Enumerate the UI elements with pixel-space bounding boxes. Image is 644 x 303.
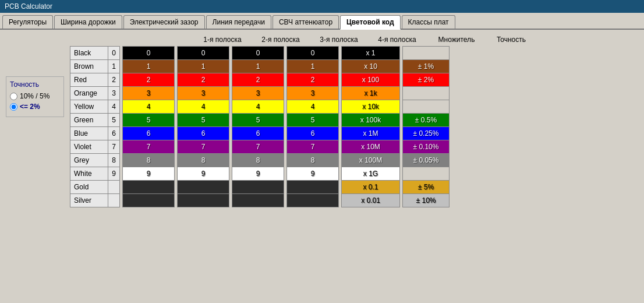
tolerance-option-1[interactable]: 10% / 5% (10, 92, 60, 100)
band-cell[interactable]: 3 (178, 87, 229, 100)
header-band4: 4-я полоска (369, 36, 425, 44)
tab-bar: Регуляторы Ширина дорожки Электрический … (0, 13, 644, 30)
band-cell[interactable]: 7 (178, 140, 229, 154)
band-cell[interactable]: 2 (178, 73, 229, 87)
mult-cell[interactable]: x 1M (342, 127, 400, 140)
band-cell[interactable]: 7 (287, 140, 339, 154)
band-cell[interactable]: 9 (287, 167, 339, 181)
color-name-cell: White (70, 167, 108, 181)
tab-regulators[interactable]: Регуляторы (2, 15, 53, 29)
mult-cell[interactable]: x 100M (342, 154, 400, 167)
band-cell[interactable]: 8 (178, 154, 229, 167)
tab-transmission[interactable]: Линия передачи (206, 15, 271, 29)
tol-cell[interactable]: ± 0.25% (403, 127, 450, 140)
header-band1: 1-я полоска (194, 36, 250, 44)
mult-cell[interactable]: x 100k (342, 114, 400, 127)
band-cell[interactable]: 2 (232, 73, 284, 87)
band-cell[interactable]: 7 (123, 140, 175, 154)
band-cell[interactable]: 5 (232, 114, 284, 127)
color-name-cell: Orange (70, 87, 108, 100)
band-cell[interactable]: 0 (123, 47, 175, 60)
mult-cell[interactable]: x 10k (342, 100, 400, 114)
tolerance-option-2[interactable]: <= 2% (10, 103, 60, 111)
color-name-cell: Red (70, 73, 108, 87)
color-value-cell (108, 194, 120, 207)
band-cell[interactable]: 3 (123, 87, 175, 100)
mult-cell[interactable]: x 1G (342, 167, 400, 181)
color-value-cell: 1 (108, 60, 120, 73)
tol-cell[interactable]: ± 5% (403, 181, 450, 194)
color-value-cell: 7 (108, 140, 120, 154)
color-name-cell: Yellow (70, 100, 108, 114)
header-band3: 3-я полоска (311, 36, 367, 44)
color-value-cell: 2 (108, 73, 120, 87)
mult-cell[interactable]: x 10 (342, 60, 400, 73)
band2-table: 0123456789 (177, 46, 229, 207)
band-cell[interactable]: 9 (232, 167, 284, 181)
band-cell-empty (123, 181, 175, 194)
tol-cell-empty (403, 87, 450, 100)
color-value-cell: 4 (108, 100, 120, 114)
mult-cell[interactable]: x 1 (342, 47, 400, 60)
band-cell[interactable]: 4 (178, 100, 229, 114)
band-cell-empty (178, 194, 229, 207)
tab-attenuator[interactable]: СВЧ аттенюатор (273, 15, 339, 29)
band-cell[interactable]: 2 (287, 73, 339, 87)
mult-cell[interactable]: x 100 (342, 73, 400, 87)
band-cell[interactable]: 1 (123, 60, 175, 73)
tolerance-radio-2[interactable] (10, 103, 17, 111)
band-cell[interactable]: 6 (123, 127, 175, 140)
band-cell[interactable]: 7 (232, 140, 284, 154)
tab-classes[interactable]: Классы плат (402, 15, 455, 29)
tab-color-code[interactable]: Цветовой код (340, 15, 400, 30)
color-value-cell: 3 (108, 87, 120, 100)
band-cell[interactable]: 9 (123, 167, 175, 181)
band-cell[interactable]: 4 (232, 100, 284, 114)
band-cell[interactable]: 3 (287, 87, 339, 100)
tolerance-title: Точность (10, 80, 60, 89)
band-cell[interactable]: 0 (232, 47, 284, 60)
color-name-cell: Violet (70, 140, 108, 154)
band-cell[interactable]: 8 (232, 154, 284, 167)
tolerance-panel: Точность 10% / 5% <= 2% (6, 76, 64, 117)
band-cell[interactable]: 0 (287, 47, 339, 60)
band-cell[interactable]: 1 (178, 60, 229, 73)
tol-cell[interactable]: ± 2% (403, 73, 450, 87)
tolerance-radio-1[interactable] (10, 93, 17, 100)
tol-cell[interactable]: ± 0.05% (403, 154, 450, 167)
band-cell[interactable]: 9 (178, 167, 229, 181)
tab-track-width[interactable]: Ширина дорожки (54, 15, 122, 29)
band-cell[interactable]: 2 (123, 73, 175, 87)
band-cell-empty (232, 194, 284, 207)
band-cell[interactable]: 4 (123, 100, 175, 114)
tol-cell[interactable]: ± 0.10% (403, 140, 450, 154)
tol-cell[interactable]: ± 1% (403, 60, 450, 73)
band-cell[interactable]: 1 (287, 60, 339, 73)
tab-clearance[interactable]: Электрический зазор (123, 15, 205, 29)
tol-cell[interactable]: ± 10% (403, 194, 450, 207)
band-cell[interactable]: 5 (178, 114, 229, 127)
mult-cell[interactable]: x 10M (342, 140, 400, 154)
band-cell[interactable]: 3 (232, 87, 284, 100)
band-cell[interactable]: 8 (287, 154, 339, 167)
band-cell-empty (178, 181, 229, 194)
band-cell[interactable]: 1 (232, 60, 284, 73)
color-name-table: Black 0Brown 1Red 2Orange 3Yellow 4Green… (70, 46, 120, 207)
tol-cell[interactable]: ± 0.5% (403, 114, 450, 127)
mult-cell[interactable]: x 0.1 (342, 181, 400, 194)
band-cell[interactable]: 5 (123, 114, 175, 127)
band-cell[interactable]: 8 (123, 154, 175, 167)
color-value-cell: 0 (108, 47, 120, 60)
header-tolerance: Точность (488, 36, 535, 44)
mult-cell[interactable]: x 0.01 (342, 194, 400, 207)
band-cell[interactable]: 5 (287, 114, 339, 127)
band-cell[interactable]: 6 (232, 127, 284, 140)
band-cell[interactable]: 4 (287, 100, 339, 114)
app-title: PCB Calculator (5, 2, 52, 10)
band-cell[interactable]: 6 (178, 127, 229, 140)
color-name-cell: Silver (70, 194, 108, 207)
band-cell[interactable]: 0 (178, 47, 229, 60)
mult-cell[interactable]: x 1k (342, 87, 400, 100)
band-cell[interactable]: 6 (287, 127, 339, 140)
column-headers: 1-я полоска 2-я полоска 3-я полоска 4-я … (70, 36, 535, 44)
